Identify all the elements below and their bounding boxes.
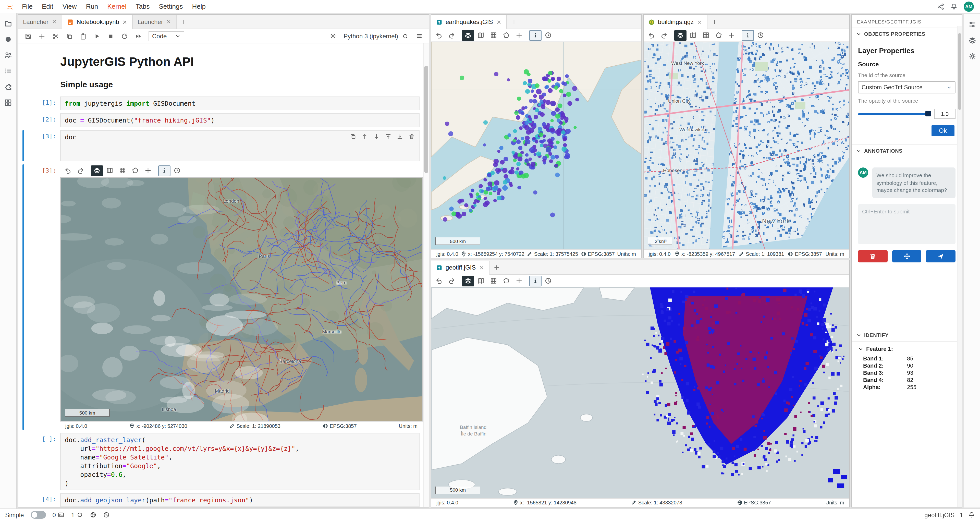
run-cell-button[interactable]: [90, 30, 103, 42]
stop-kernel-button[interactable]: [104, 30, 118, 42]
geotiff-map-canvas[interactable]: Baffin Island Île de Baffin 500 km: [431, 287, 850, 498]
basemap-button[interactable]: [687, 30, 699, 41]
redo-button[interactable]: [445, 276, 458, 286]
undo-button[interactable]: [433, 276, 445, 286]
redo-button[interactable]: [445, 30, 458, 41]
scrollbar-thumb[interactable]: [424, 66, 428, 173]
raster-layer-button[interactable]: [487, 276, 500, 286]
france-map-canvas[interactable]: London Paris Bern Marseille Barcelona Ma…: [60, 177, 423, 421]
raster-layer-button[interactable]: [116, 165, 129, 176]
move-cell-up-icon[interactable]: [359, 131, 370, 142]
add-layer-button[interactable]: [513, 276, 525, 286]
tab-geotiff[interactable]: geotiff.jGIS: [431, 261, 490, 275]
paste-cell-button[interactable]: [76, 30, 90, 42]
basemap-button[interactable]: [475, 30, 487, 41]
panel-scrollbar[interactable]: [957, 26, 962, 507]
vector-layer-button[interactable]: [129, 165, 142, 176]
menu-view[interactable]: View: [58, 0, 81, 13]
close-icon[interactable]: [496, 19, 501, 25]
menu-edit[interactable]: Edit: [37, 0, 58, 13]
kernel-settings-icon[interactable]: [326, 30, 340, 42]
code-editor[interactable]: doc.add_geojson_layer(path="france_regio…: [60, 493, 420, 507]
vector-layer-button[interactable]: [500, 276, 512, 286]
property-inspector-icon[interactable]: [968, 21, 977, 29]
scrollbar-thumb[interactable]: [958, 33, 961, 110]
menu-help[interactable]: Help: [187, 0, 210, 13]
layer-browser-button[interactable]: [462, 276, 474, 286]
insert-cell-below-icon[interactable]: [394, 131, 405, 142]
trust-status-icon[interactable]: [103, 511, 110, 518]
delete-annotation-button[interactable]: [858, 250, 887, 263]
tab-notebook[interactable]: Notebook.ipynb: [62, 15, 133, 29]
temporal-controller-button[interactable]: [171, 165, 183, 176]
menu-tabs[interactable]: Tabs: [131, 0, 154, 13]
identify-header[interactable]: IDENTIFY: [852, 329, 962, 341]
undo-button[interactable]: [433, 30, 445, 41]
temporal-controller-button[interactable]: [542, 276, 554, 286]
launcher-grid-icon[interactable]: [4, 99, 12, 107]
code-editor[interactable]: doc = GISDocument("france_hiking.jGIS"): [60, 113, 420, 127]
markdown-cell[interactable]: Simple usage: [18, 76, 429, 93]
undo-button[interactable]: [62, 165, 74, 176]
code-editor[interactable]: doc.add_raster_layer( url="https://mt1.g…: [60, 433, 420, 490]
code-editor[interactable]: from jupytergis import GISDocument: [60, 97, 420, 110]
insert-cell-button[interactable]: [35, 30, 48, 42]
tab-earthquakes[interactable]: earthquakes.jGIS: [431, 15, 507, 29]
running-sessions-icon[interactable]: [4, 35, 12, 43]
slider-handle[interactable]: [925, 111, 931, 116]
submit-reply-button[interactable]: [926, 250, 956, 263]
kernel-name[interactable]: Python 3 (ipykernel): [344, 32, 398, 40]
current-document[interactable]: geotiff.jGIS: [924, 511, 955, 518]
feature-header[interactable]: Feature 1:: [858, 346, 956, 352]
redo-button[interactable]: [75, 165, 87, 176]
new-tab-button[interactable]: [177, 15, 191, 29]
redo-button[interactable]: [658, 30, 670, 41]
debugger-icon[interactable]: [968, 52, 977, 60]
copy-cell-button[interactable]: [63, 30, 76, 42]
user-avatar[interactable]: AM: [964, 1, 974, 11]
save-button[interactable]: [21, 30, 35, 42]
identify-tool-button[interactable]: [158, 165, 170, 176]
source-select[interactable]: Custom GeoTiff Source: [858, 81, 956, 93]
pan-to-annotation-button[interactable]: [892, 250, 921, 263]
move-cell-down-icon[interactable]: [371, 131, 382, 142]
identify-tool-button[interactable]: [529, 276, 542, 286]
annotation-reply-input[interactable]: Ctrl+Enter to submit: [858, 204, 956, 244]
raster-layer-button[interactable]: [487, 30, 500, 41]
close-icon[interactable]: [479, 265, 484, 270]
bell-icon[interactable]: [968, 511, 975, 518]
objects-properties-header[interactable]: OBJECTS PROPERTIES: [852, 27, 962, 40]
code-cell-5[interactable]: [4]: doc.add_geojson_layer(path="france_…: [18, 493, 429, 507]
new-tab-button[interactable]: [708, 15, 722, 29]
extensions-icon[interactable]: [4, 83, 12, 91]
new-tab-button[interactable]: [490, 260, 504, 274]
new-tab-button[interactable]: [507, 15, 521, 29]
earthquakes-map-canvas[interactable]: 500 km: [431, 42, 641, 249]
notebook-scrollbar[interactable]: [423, 43, 429, 507]
basemap-button[interactable]: [103, 165, 116, 176]
layer-browser-button[interactable]: [91, 165, 103, 176]
identify-tool-button[interactable]: [529, 30, 542, 41]
restart-run-all-button[interactable]: [132, 30, 145, 42]
code-cell-3[interactable]: [3]: doc: [18, 130, 429, 161]
code-cell-1[interactable]: [1]: from jupytergis import GISDocument: [18, 97, 429, 110]
undo-button[interactable]: [645, 30, 657, 41]
code-cell-4[interactable]: [ ]: doc.add_raster_layer( url="https://…: [18, 433, 429, 490]
vector-layer-button[interactable]: [500, 30, 512, 41]
collaboration-icon[interactable]: [4, 51, 12, 59]
simple-mode-toggle[interactable]: [30, 511, 46, 519]
cut-cell-button[interactable]: [49, 30, 62, 42]
add-layer-button[interactable]: [142, 165, 154, 176]
code-cell-2[interactable]: [2]: doc = GISDocument("france_hiking.jG…: [18, 113, 429, 127]
menu-file[interactable]: File: [18, 0, 37, 13]
basemap-button[interactable]: [475, 276, 487, 286]
layer-browser-button[interactable]: [462, 30, 474, 41]
restart-kernel-button[interactable]: [118, 30, 131, 42]
code-editor[interactable]: doc: [60, 130, 420, 161]
tab-launcher-1[interactable]: Launcher: [18, 15, 62, 29]
opacity-value[interactable]: 1.0: [934, 109, 956, 119]
add-layer-button[interactable]: [513, 30, 525, 41]
temporal-controller-button[interactable]: [542, 30, 554, 41]
duplicate-cell-icon[interactable]: [347, 131, 358, 142]
insert-cell-above-icon[interactable]: [382, 131, 393, 142]
